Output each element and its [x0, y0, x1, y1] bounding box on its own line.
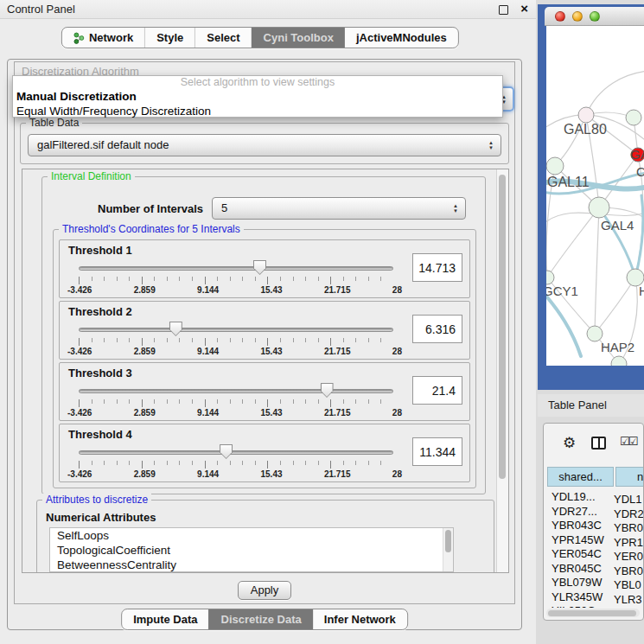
close-traffic-light-icon[interactable] [555, 11, 565, 22]
network-canvas[interactable]: GAL80 GA C GAL11 GAL4 GCY1 H HAP2 [546, 26, 644, 366]
table-data-combobox[interactable]: galFiltered.sif default node [28, 134, 501, 156]
slider-thumb[interactable] [253, 260, 266, 275]
network-view-window: GAL80 GA C GAL11 GAL4 GCY1 H HAP2 [538, 4, 644, 390]
attribute-list-item[interactable]: TopologicalCoefficient [50, 543, 453, 558]
num-intervals-combobox[interactable]: 5 [212, 197, 466, 220]
slider-tick-labels: -3.426 2.859 9.144 15.43 21.715 28 [67, 347, 402, 356]
tab-discretize-data[interactable]: Discretize Data [209, 609, 313, 629]
slider-tick-labels: -3.426 2.859 9.144 15.43 21.715 28 [67, 408, 402, 418]
table-row[interactable]: YER054CYER0 [546, 547, 643, 562]
threshold-value-field[interactable]: 11.344 [412, 437, 462, 466]
select-columns-checkboxes-icon[interactable]: ☑☑ [620, 435, 636, 448]
table-row[interactable]: YDR27...YDR2 [546, 505, 643, 520]
tab-cyni-toolbox[interactable]: Cyni Toolbox [252, 28, 345, 48]
threshold-panel: Threshold 2 -3.426 2.859 9.144 15.43 21.… [59, 301, 470, 360]
table-row[interactable]: YBL079WYBL0 [546, 576, 643, 590]
table-cell: YER054C [546, 547, 610, 560]
float-window-icon[interactable] [499, 5, 508, 15]
table-cell: YDL1 [610, 493, 642, 506]
slider-thumb[interactable] [220, 444, 233, 459]
table-row[interactable]: YIL052CYIL0 [546, 604, 643, 608]
table-row[interactable]: YBR045CYBR0 [546, 562, 643, 577]
slider-thumb[interactable] [321, 383, 334, 398]
tab-label: Discretize Data [221, 613, 302, 626]
tab-network[interactable]: Network [62, 28, 144, 48]
slider-track[interactable] [79, 389, 393, 393]
thresholds-container: Threshold 1 -3.426 2.859 9.144 15.43 21.… [59, 239, 470, 485]
attribute-list-item[interactable]: SelfLoops [50, 528, 453, 543]
tab-style[interactable]: Style [144, 28, 194, 48]
threshold-slider[interactable]: -3.426 2.859 9.144 15.43 21.715 28 [79, 261, 393, 296]
node-label-hap2: HAP2 [601, 340, 634, 354]
table-row[interactable]: YBR043CYBR0 [546, 519, 643, 533]
network-window-titlebar[interactable] [545, 7, 644, 26]
slider-track[interactable] [79, 328, 393, 332]
tick-label: 28 [392, 469, 402, 479]
threshold-slider[interactable]: -3.426 2.859 9.144 15.43 21.715 28 [79, 384, 393, 418]
interval-definition-group: Interval Definition Number of Intervals … [41, 176, 486, 494]
tick-label: 21.715 [324, 408, 351, 418]
dropdown-option-manual-discretization[interactable]: Manual Discretization [13, 89, 502, 104]
slider-track[interactable] [79, 266, 393, 271]
table-panel: ⚙ ☑☑ shared... n YDL19...YDL1YDR27...YDR… [543, 423, 644, 621]
tick-label: 28 [392, 285, 402, 295]
table-cell: YIL052C [546, 604, 610, 608]
tab-infer-network[interactable]: Infer Network [313, 609, 407, 629]
tick-label: 2.859 [134, 347, 156, 356]
network-tab-icon [73, 32, 85, 44]
table-cell: YBR043C [546, 519, 610, 532]
threshold-value-field[interactable]: 6.316 [412, 315, 462, 343]
node-gal80 [578, 107, 594, 123]
tab-jactivemnodules[interactable]: jActiveMNodules [345, 28, 458, 48]
table-data-group-title: Table Data [26, 117, 82, 129]
gear-icon[interactable]: ⚙ [563, 434, 576, 452]
column-header-name[interactable]: n [615, 467, 644, 487]
tick-label: 21.715 [324, 285, 351, 295]
close-icon[interactable]: × [520, 1, 528, 16]
cyni-toolbox-panel: Discretization Algorithm Table Data galF… [7, 59, 522, 630]
threshold-slider[interactable]: -3.426 2.859 9.144 15.43 21.715 28 [79, 322, 393, 357]
apply-button[interactable]: Apply [238, 581, 291, 600]
tick-label: -3.426 [67, 285, 92, 295]
attribute-list-item[interactable]: BetweennessCentrality [50, 558, 453, 572]
column-header-shared-name[interactable]: shared... [547, 467, 614, 487]
tab-label: Infer Network [324, 613, 396, 626]
tick-label: 21.715 [324, 469, 351, 479]
discretization-panel: Discretization Algorithm Table Data galF… [14, 61, 515, 604]
numerical-attributes-list[interactable]: SelfLoopsTopologicalCoefficientBetweenne… [49, 527, 454, 572]
table-row[interactable]: YPR145WYPR1 [546, 533, 643, 548]
zoom-traffic-light-icon[interactable] [590, 11, 600, 22]
node-label-gal80: GAL80 [564, 122, 607, 137]
threshold-slider[interactable]: -3.426 2.859 9.144 15.43 21.715 28 [79, 445, 393, 480]
node-gal11 [546, 157, 564, 175]
threshold-value-field[interactable]: 21.4 [412, 376, 462, 405]
minimize-traffic-light-icon[interactable] [572, 11, 583, 22]
settings-vertical-scrollbar[interactable] [496, 169, 508, 572]
table-cell: YIL0 [610, 607, 637, 608]
table-row[interactable]: YLR345WYLR3 [546, 590, 643, 605]
tick-label: -3.426 [67, 469, 92, 479]
threshold-panel: Threshold 4 -3.426 2.859 9.144 15.43 21.… [59, 424, 470, 482]
threshold-panel: Threshold 3 -3.426 2.859 9.144 15.43 21.… [59, 362, 470, 421]
node-gcy1 [546, 271, 554, 284]
slider-thumb[interactable] [169, 322, 182, 336]
column-selector-icon[interactable] [591, 437, 606, 450]
window-title: Control Panel [7, 3, 75, 16]
tab-select[interactable]: Select [194, 28, 251, 48]
tab-impute-data[interactable]: Impute Data [122, 609, 208, 629]
attributes-list-scrollbar[interactable] [443, 528, 453, 571]
dropdown-option-equal-width-frequency[interactable]: Equal Width/Frequency Discretization [13, 104, 502, 118]
table-row[interactable]: YDL19...YDL1 [546, 490, 643, 505]
tick-label: 15.43 [261, 347, 283, 356]
scrollbar-thumb[interactable] [499, 175, 506, 479]
scrollbar-thumb[interactable] [548, 610, 636, 616]
dropdown-hint: Select algorithm to view settings [13, 76, 502, 89]
table-horizontal-scrollbar[interactable] [546, 609, 640, 617]
table-cell: YDL19... [546, 490, 610, 503]
threshold-label: Threshold 1 [68, 244, 132, 257]
node-label-clipped-c: C [636, 164, 644, 179]
slider-track[interactable] [79, 450, 393, 455]
scrollbar-thumb[interactable] [445, 530, 451, 552]
threshold-value-field[interactable]: 14.713 [412, 253, 462, 282]
table-cell: YBL0 [610, 578, 641, 591]
